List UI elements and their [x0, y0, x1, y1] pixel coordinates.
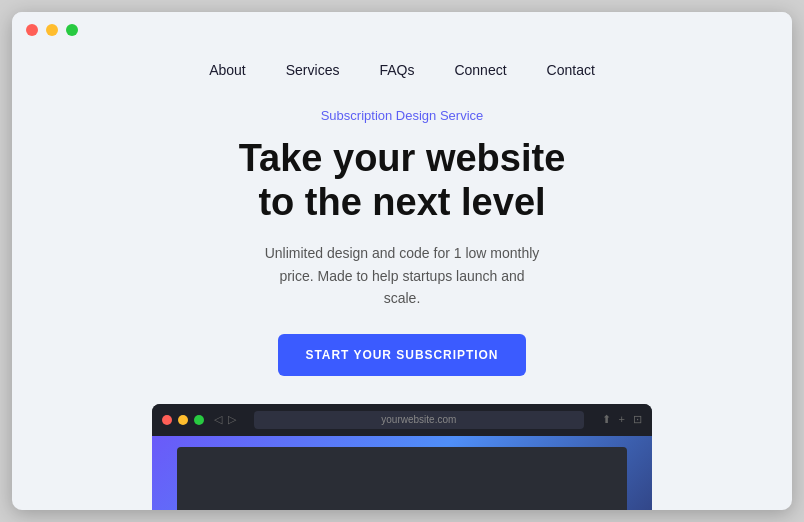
browser-add-tab-icon: +	[619, 413, 625, 426]
browser-content	[152, 436, 652, 510]
hero-subtitle: Unlimited design and code for 1 low mont…	[262, 242, 542, 309]
browser-mockup: ◁ ▷ yourwebsite.com ⬆ + ⊡	[152, 404, 652, 510]
hero-title-line2: to the next level	[258, 181, 545, 223]
browser-sidebar-icon: ⊡	[633, 413, 642, 426]
hero-title-line1: Take your website	[239, 137, 566, 179]
browser-url-text: yourwebsite.com	[381, 414, 456, 425]
hero-section: Subscription Design Service Take your we…	[12, 88, 792, 510]
navbar: About Services FAQs Connect Contact	[12, 48, 792, 88]
hero-title: Take your website to the next level	[239, 137, 566, 224]
page-content: About Services FAQs Connect Contact Subs…	[12, 48, 792, 510]
browser-back-icon: ◁	[214, 413, 222, 426]
browser-nav-controls: ◁ ▷	[214, 413, 236, 426]
nav-about[interactable]: About	[209, 62, 246, 78]
traffic-lights	[26, 24, 78, 36]
browser-address-bar[interactable]: yourwebsite.com	[254, 411, 584, 429]
nav-faqs[interactable]: FAQs	[379, 62, 414, 78]
minimize-button[interactable]	[46, 24, 58, 36]
titlebar	[12, 12, 792, 48]
subscription-label: Subscription Design Service	[321, 108, 484, 123]
browser-action-buttons: ⬆ + ⊡	[602, 413, 642, 426]
browser-minimize-dot	[178, 415, 188, 425]
nav-connect[interactable]: Connect	[454, 62, 506, 78]
close-button[interactable]	[26, 24, 38, 36]
app-window: About Services FAQs Connect Contact Subs…	[12, 12, 792, 510]
browser-maximize-dot	[194, 415, 204, 425]
browser-forward-icon: ▷	[228, 413, 236, 426]
browser-close-dot	[162, 415, 172, 425]
browser-toolbar: ◁ ▷ yourwebsite.com ⬆ + ⊡	[152, 404, 652, 436]
cta-button[interactable]: START YOUR SUBSCRIPTION	[278, 334, 527, 376]
nav-services[interactable]: Services	[286, 62, 340, 78]
browser-share-icon: ⬆	[602, 413, 611, 426]
maximize-button[interactable]	[66, 24, 78, 36]
nav-contact[interactable]: Contact	[547, 62, 595, 78]
browser-inner-content	[177, 447, 627, 510]
